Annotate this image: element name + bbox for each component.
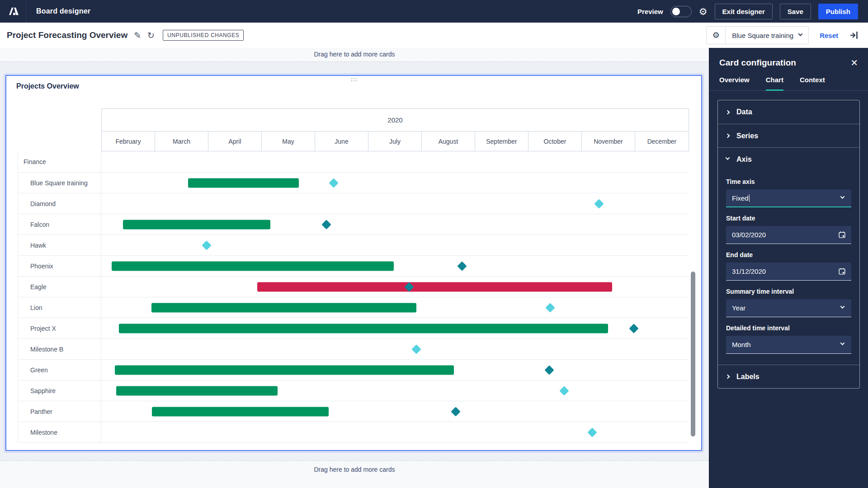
time-axis-select[interactable]: Fixed: [726, 189, 851, 207]
save-button[interactable]: Save: [780, 4, 811, 19]
app-title: Board designer: [36, 7, 90, 15]
gantt-row: Milestone B: [18, 338, 689, 359]
panel-title: Card configuration: [719, 58, 796, 68]
month-header-row: FebruaryMarchAprilMayJuneJulyAugustSepte…: [101, 131, 689, 151]
section-axis[interactable]: Axis: [718, 147, 859, 171]
gantt-row: Phoenix: [18, 255, 689, 276]
milestone-diamond[interactable]: [544, 365, 554, 375]
gantt-bar[interactable]: [123, 220, 270, 229]
month-cell: February: [102, 131, 155, 151]
calendar-icon[interactable]: [838, 267, 846, 275]
month-cell: November: [582, 131, 635, 151]
gantt-row: Milestone: [18, 422, 689, 442]
month-cell: September: [475, 131, 528, 151]
section-series[interactable]: Series: [718, 124, 859, 147]
start-date-input[interactable]: 03/02/2020: [726, 226, 851, 244]
milestone-diamond[interactable]: [411, 344, 421, 354]
gantt-row-label: Project X: [18, 318, 101, 338]
card-drag-handle-icon[interactable]: [351, 78, 357, 82]
gantt-row-label: Phoenix: [18, 256, 101, 276]
milestone-diamond[interactable]: [587, 427, 597, 437]
gantt-row-label: Green: [18, 360, 101, 380]
settings-gear-icon[interactable]: ⚙: [699, 7, 708, 16]
gantt-row-label: Blue Square training: [18, 173, 101, 193]
year-band: 2020: [101, 108, 689, 131]
gantt-row-label: Milestone B: [18, 339, 101, 359]
milestone-diamond[interactable]: [202, 240, 211, 250]
reset-link[interactable]: Reset: [820, 32, 838, 39]
gantt-bar[interactable]: [152, 407, 329, 416]
anaplan-logo-icon: [6, 5, 20, 18]
section-data[interactable]: Data: [718, 100, 859, 124]
gantt-row-track: [101, 422, 689, 442]
refresh-sync-icon[interactable]: ↻: [147, 30, 155, 41]
gantt-row: Lion: [18, 297, 689, 318]
milestone-diamond[interactable]: [451, 407, 460, 416]
tab-chart[interactable]: Chart: [766, 76, 783, 91]
context-selector[interactable]: ⚙ Blue Square training: [706, 26, 809, 44]
start-date-label: Start date: [726, 215, 851, 222]
dropzone-bottom[interactable]: Drag here to add more cards: [0, 460, 709, 488]
milestone-diamond[interactable]: [629, 324, 638, 333]
gantt-row-track: [101, 380, 689, 401]
gantt-row-label: Eagle: [18, 277, 101, 297]
end-date-input[interactable]: 31/12/2020: [726, 263, 851, 281]
board-toolbar: Project Forecasting Overview ✎ ↻ UNPUBLI…: [0, 23, 868, 48]
exit-designer-button[interactable]: Exit designer: [715, 4, 773, 19]
edit-pencil-icon[interactable]: ✎: [134, 30, 141, 41]
chevron-right-icon: [726, 110, 730, 114]
dropzone-top[interactable]: Drag here to add more cards: [0, 48, 709, 62]
section-labels[interactable]: Labels: [718, 365, 859, 388]
milestone-diamond[interactable]: [329, 178, 338, 188]
unpublished-changes-badge: UNPUBLISHED CHANGES: [163, 30, 244, 41]
gantt-bar[interactable]: [257, 282, 612, 291]
gantt-bar[interactable]: [115, 365, 454, 375]
gantt-bar[interactable]: [188, 178, 298, 188]
page-title: Project Forecasting Overview: [7, 30, 127, 40]
gantt-row: Finance: [18, 151, 689, 172]
gantt-chart: 2020 FebruaryMarchAprilMayJuneJulyAugust…: [18, 108, 689, 443]
gantt-bar[interactable]: [151, 303, 416, 312]
month-cell: December: [635, 131, 689, 151]
preview-label: Preview: [637, 8, 663, 15]
gantt-bar[interactable]: [116, 386, 278, 395]
gantt-row: Eagle: [18, 276, 689, 297]
vertical-scrollbar[interactable]: [691, 272, 695, 436]
chevron-down-icon: [840, 194, 845, 199]
close-icon[interactable]: ✕: [850, 58, 858, 67]
publish-button[interactable]: Publish: [818, 4, 858, 19]
context-selector-value: Blue Square training: [732, 32, 793, 39]
month-cell: August: [422, 131, 475, 151]
gantt-row-label: Falcon: [18, 214, 101, 235]
gantt-row-track: [101, 214, 689, 235]
gantt-row: Panther: [18, 401, 689, 422]
gantt-row: Green: [18, 359, 689, 380]
milestone-diamond[interactable]: [458, 261, 467, 271]
milestone-diamond[interactable]: [321, 220, 331, 229]
text-caret: [749, 194, 750, 202]
milestone-diamond[interactable]: [594, 199, 604, 208]
gantt-row-track: [101, 173, 689, 193]
context-gear-icon[interactable]: ⚙: [707, 27, 726, 44]
tab-overview[interactable]: Overview: [719, 76, 750, 91]
gantt-bar[interactable]: [119, 324, 608, 333]
gantt-row: Falcon: [18, 214, 689, 235]
gantt-row: Project X: [18, 318, 689, 338]
axis-section-body: Time axis Fixed Start date 03/02/2020 En…: [718, 178, 859, 365]
tab-context[interactable]: Context: [800, 76, 825, 91]
anaplan-logo[interactable]: [0, 0, 26, 23]
preview-toggle[interactable]: [670, 6, 692, 17]
gantt-row-label: Finance: [18, 151, 101, 172]
summary-interval-select[interactable]: Year: [726, 299, 851, 317]
calendar-icon[interactable]: [838, 231, 846, 239]
detailed-interval-select[interactable]: Month: [726, 336, 851, 354]
month-cell: June: [315, 131, 368, 151]
collapse-panel-icon[interactable]: [849, 30, 859, 40]
gantt-row: Hawk: [18, 235, 689, 255]
milestone-diamond[interactable]: [560, 386, 569, 395]
milestone-diamond[interactable]: [546, 303, 555, 312]
projects-overview-card[interactable]: Projects Overview 2020 FebruaryMarchApri…: [5, 75, 702, 451]
gantt-row-track: [101, 256, 689, 276]
gantt-bar[interactable]: [112, 261, 394, 271]
chevron-down-icon: [840, 341, 845, 345]
